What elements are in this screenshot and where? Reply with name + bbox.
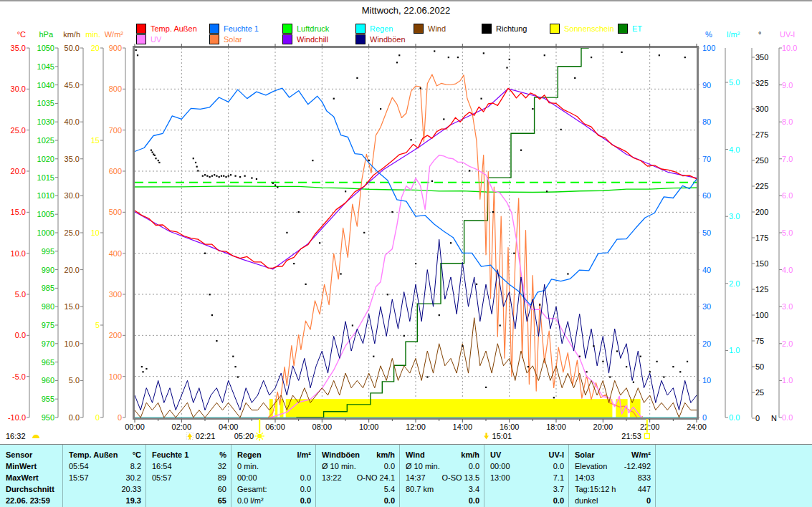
direction-dot [663,376,664,377]
axis-title: UV-I [780,30,795,39]
table-header: Windkm/h [400,449,484,460]
direction-dot [626,366,627,367]
direction-dot [305,284,306,285]
axis-tick-label: 150 [755,259,768,268]
axis-tick-label: 4.0 [729,145,740,154]
axis-tick-label: 0.0 [69,413,80,422]
axis-tick-label: 4.0 [782,266,793,274]
axis-tick-label: 30.0 [11,84,26,93]
axis-tick-label: -5.0 [12,372,26,381]
direction-dot [579,356,581,357]
axis-title: ° [758,30,761,39]
axis-tick-label: 70 [702,155,711,163]
direction-dot [319,242,320,243]
direction-dot [193,158,194,159]
table-cell: Ø 10 min.0.0 [400,460,484,472]
direction-dot [485,387,487,388]
weather-chart-page: Mittwoch, 22.06.2022 Temp. AußenFeuchte … [0,0,812,507]
axis-tick-label: 2.0 [782,339,793,348]
direction-dot [443,118,444,120]
axis-tick-label: 5 [95,321,100,329]
grid [135,48,697,417]
axis-tick-label: 225 [755,182,768,190]
x-axis-label: 10:00 [359,422,379,431]
table-column: UVUV-I00:000.013:007.13.70.0 [484,445,568,507]
axis-tick-label: 20 [91,44,100,52]
direction-dot [373,356,374,357]
axis-tick-label: 50 [755,362,764,371]
axis-tick-label: 1045 [37,62,54,71]
table-header: UVUV-I [484,449,568,460]
table-cell: Tag:15:12 h447 [569,483,655,495]
direction-dot [492,211,494,213]
axis-tick-label: 600 [109,167,122,175]
direction-dot [403,335,405,337]
axis-tick-label: 970 [42,339,54,348]
table-header: SolarW/m² [569,449,655,460]
direction-dot [202,175,204,177]
axis-tick-label: 1025 [37,136,54,145]
table-column: SensorMinWertMaxWertDurchschnitt22.06. 2… [0,445,62,507]
sunshine-segment [616,399,627,417]
axis-tick-label: 990 [42,266,54,274]
axis-tick-label: 1015 [37,173,54,182]
direction-dot [333,98,335,100]
axis-tick-label: 980 [42,302,54,311]
axis-tick-label: 275 [755,130,768,139]
direction-dot [609,376,611,377]
direction-dot [684,57,686,58]
axis-tick-label: 5.0 [15,290,26,299]
axis-tick-label: 0 [702,413,707,422]
axis-title: % [705,30,712,39]
direction-dot [500,324,501,326]
direction-dot [352,324,353,326]
direction-dot [483,52,484,54]
axis-tick-label: 0 [118,413,122,422]
direction-dot [135,49,137,51]
axis-tick-label: 20.0 [11,167,26,175]
table-cell: 65 [146,495,231,506]
axis-tick-label: 1000 [37,228,54,237]
direction-dot [520,150,522,151]
axis-tick-label: 25 [755,388,764,397]
direction-dot [539,304,540,306]
direction-dot [151,150,152,151]
direction-dot [527,366,529,367]
axis-tick-label: 20 [702,339,711,348]
x-axis-label: 02:00 [172,422,192,431]
direction-dot [439,314,440,316]
direction-dot [214,174,215,175]
axis-tick-label: 50 [702,228,711,237]
direction-dot [398,54,400,56]
direction-dot [469,170,470,171]
direction-dot [410,139,411,140]
axis-tick-label: 10.0 [65,339,80,348]
direction-dot [509,59,510,60]
table-cell: 13:22O-NO 24.1 [316,472,399,483]
direction-dot [209,176,211,178]
table-header: Feuchte 1% [146,449,231,460]
direction-dot [553,397,555,398]
axis-tick-label: 1035 [37,99,54,107]
axis-tick-label: 30.0 [65,191,80,200]
direction-dot [434,50,435,52]
axis-tick-label: 35.0 [65,155,80,163]
direction-dot [450,242,452,243]
direction-dot [621,52,622,53]
sunset-icon [644,434,649,439]
axis-tick-label: 10.0 [11,249,26,258]
x-axis-label: 08:00 [312,422,333,431]
axis-tick-label: 25.0 [11,126,26,135]
moon-icon [32,435,39,438]
direction-dot [544,54,545,56]
table-cell: 20.33 [63,483,145,495]
axis-tick-label: 985 [42,284,54,292]
direction-dot [237,376,239,377]
axis-tick-label: 8.0 [782,117,793,126]
direction-dot [672,366,674,367]
x-axis-label: 04:00 [219,422,239,431]
table-cell: 05:5789 [146,472,231,483]
direction-dot [345,190,346,192]
direction-dot [591,57,592,58]
axis-n-label: N [771,414,777,422]
